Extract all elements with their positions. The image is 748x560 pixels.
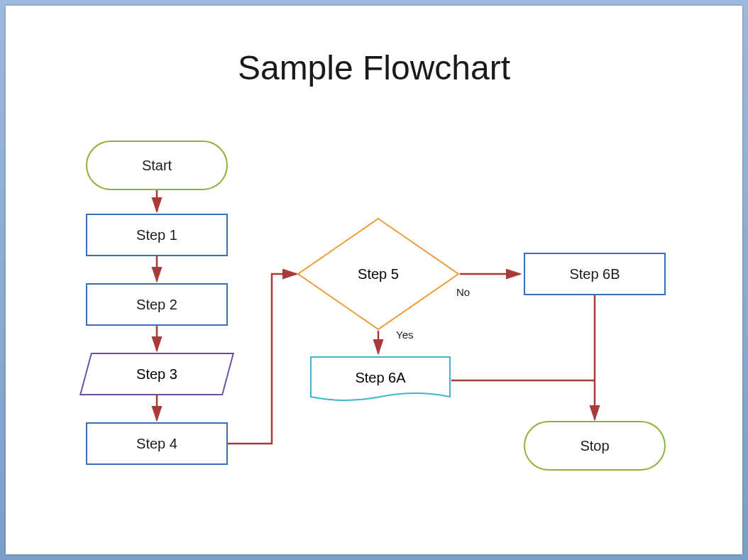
node-label: Step 6B: [569, 266, 620, 282]
node-label: Step 5: [297, 217, 460, 331]
node-start: Start: [86, 141, 228, 190]
node-step3: Step 3: [86, 353, 228, 395]
chart-title: Sample Flowchart: [6, 48, 742, 87]
node-label: Stop: [580, 438, 609, 454]
node-step1: Step 1: [86, 214, 228, 256]
node-step5: Step 5: [297, 217, 460, 331]
node-label: Step 6A: [309, 356, 451, 405]
node-step6b: Step 6B: [524, 253, 666, 295]
node-stop: Stop: [524, 421, 666, 471]
node-label: Step 4: [136, 436, 177, 452]
node-label: Start: [142, 158, 172, 174]
node-step4: Step 4: [86, 422, 228, 465]
flowchart-canvas: Sample Flowchart Start Step 1: [6, 6, 742, 554]
node-label: Step 1: [136, 227, 177, 243]
node-label: Step 2: [136, 297, 177, 313]
node-label: Step 3: [86, 353, 228, 395]
node-step6a: Step 6A: [309, 356, 451, 405]
node-step2: Step 2: [86, 283, 228, 326]
